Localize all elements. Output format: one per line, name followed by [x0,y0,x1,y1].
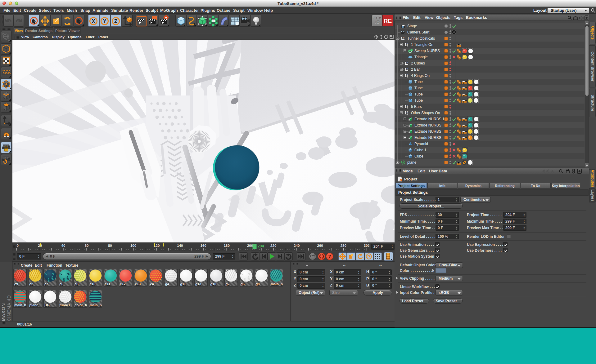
svg-text:160: 160 [201,244,206,247]
svg-text:0: 0 [17,244,19,247]
svg-text:0: 0 [407,42,408,45]
svg-text:P: P [368,255,370,259]
svg-text:80: 80 [108,244,112,247]
svg-text:204: 204 [258,244,264,248]
svg-text:40: 40 [61,244,65,247]
svg-text:260: 260 [317,244,323,247]
svg-text:140: 140 [177,244,183,247]
svg-text:0: 0 [407,111,408,113]
svg-text:0: 0 [407,67,408,70]
svg-text:220: 220 [270,244,276,247]
svg-text:100: 100 [130,244,136,247]
svg-text:200: 200 [247,244,253,247]
svg-text:0: 0 [407,73,408,76]
svg-text:CINEMA 4D: CINEMA 4D [7,295,11,321]
svg-text:280: 280 [341,244,346,247]
svg-text:180: 180 [224,244,230,247]
svg-text:300: 300 [364,244,370,247]
svg-text:0: 0 [407,61,408,64]
svg-text:240: 240 [294,244,300,247]
svg-text:0: 0 [407,104,408,107]
svg-text:X: X [92,19,95,24]
svg-text:0: 0 [403,36,404,39]
svg-text:Y: Y [103,19,106,24]
svg-text:60: 60 [85,244,89,247]
svg-text:Z: Z [114,19,117,24]
svg-text:MAXON: MAXON [1,303,6,321]
